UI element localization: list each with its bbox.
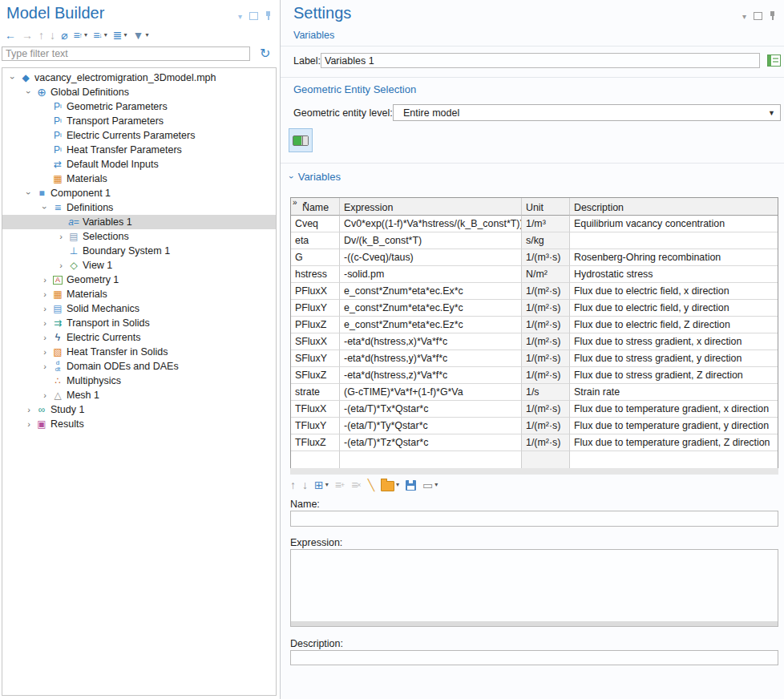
tree-item-domain-odes-and-daes[interactable]: ›ddtDomain ODEs and DAEs <box>2 359 276 374</box>
column-header-unit[interactable]: Unit <box>522 198 570 216</box>
tree-item-study-1[interactable]: ›∞Study 1 <box>2 402 276 417</box>
expression-cell[interactable]: Dv/(k_B_const*T) <box>340 232 522 249</box>
variable-row-tfluxz[interactable]: TFluxZ-(eta/T)*Tz*Qstar*c1/(m²·s)Flux du… <box>291 434 778 451</box>
tree-item-electric-currents[interactable]: ›ϟElectric Currents <box>2 330 276 345</box>
tree-item-boundary-system-1[interactable]: ›⊥Boundary System 1 <box>2 244 276 258</box>
expression-cell[interactable]: -((c-Cveq)/taus) <box>340 249 522 266</box>
description-input[interactable] <box>290 650 778 665</box>
variable-row-sfluxz[interactable]: SFluxZ-eta*d(hstress,z)*Va*f*c1/(m²·s)Fl… <box>291 367 778 384</box>
variable-row-hstress[interactable]: hstress-solid.pmN/m²Hydrostatic stress <box>291 266 778 283</box>
tree-item-definitions[interactable]: ›≡Definitions <box>2 200 276 215</box>
variable-row-g[interactable]: G-((c-Cveq)/taus)1/(m³·s)Rosenberg-Ohrin… <box>291 249 778 266</box>
name-cell[interactable]: hstress <box>291 266 340 283</box>
move-up-button[interactable]: ↑ <box>38 30 44 41</box>
active-selection-toggle-button[interactable] <box>289 128 313 152</box>
node-text-button[interactable]: ≣▾ <box>113 30 127 41</box>
column-header-expression[interactable]: Expression <box>340 198 522 216</box>
tree-item-heat-transfer-parameters[interactable]: ›PiHeat Transfer Parameters <box>2 143 276 157</box>
expression-cell[interactable]: -(eta/T)*Tx*Qstar*c <box>340 401 522 418</box>
tree-expander-icon[interactable]: › <box>23 419 34 429</box>
unit-cell[interactable]: 1/(m³·s) <box>522 249 570 266</box>
tree-expander-icon[interactable]: › <box>39 347 51 357</box>
name-cell[interactable]: Cveq <box>291 216 340 232</box>
expression-cell[interactable]: e_const*Znum*eta*ec.Ey*c <box>340 300 522 317</box>
description-cell[interactable]: Flux due to stress gradient, y direction <box>570 350 778 367</box>
tree-item-materials[interactable]: ›▦Materials <box>2 172 276 186</box>
description-cell[interactable]: Flux due to electric field, x direction <box>570 283 778 300</box>
unit-cell[interactable] <box>522 451 570 468</box>
save-file-button[interactable] <box>406 480 416 491</box>
description-cell[interactable]: Flux due to electric field, Z direction <box>570 317 778 333</box>
pin-icon[interactable] <box>265 11 272 21</box>
back-button[interactable]: ← <box>5 30 16 41</box>
load-file-button[interactable]: ▾ <box>381 479 399 491</box>
rename-button[interactable] <box>766 52 782 69</box>
tree-item-multiphysics[interactable]: ›∴Multiphysics <box>2 374 276 388</box>
expression-scrollbar[interactable] <box>291 621 778 626</box>
name-input[interactable] <box>290 511 778 527</box>
column-header-description[interactable]: Description <box>570 198 778 216</box>
filter-input[interactable] <box>2 46 250 61</box>
label-input[interactable] <box>321 53 760 68</box>
tree-item-component-1[interactable]: ›■Component 1 <box>2 186 276 200</box>
unit-cell[interactable]: 1/(m²·s) <box>522 401 570 418</box>
tree-item-view-1[interactable]: ›◇View 1 <box>2 258 276 273</box>
tree-item-selections[interactable]: ›▤Selections <box>2 229 276 244</box>
tree-item-transport-parameters[interactable]: ›PiTransport Parameters <box>2 114 276 128</box>
filter-button[interactable]: ▼▾ <box>133 30 149 41</box>
menu-down-icon[interactable]: ▾ <box>238 12 242 21</box>
description-cell[interactable]: Flux due to temperature gradient, Z dire… <box>570 434 778 451</box>
name-cell[interactable]: G <box>291 249 340 266</box>
description-cell[interactable] <box>570 451 778 468</box>
tree-expander-icon[interactable]: › <box>55 232 67 241</box>
tree-item-electric-currents-parameters[interactable]: ›PiElectric Currents Parameters <box>2 128 276 143</box>
settings-subtitle[interactable]: Variables <box>293 30 334 41</box>
menu-down-icon[interactable]: ▾ <box>742 12 746 21</box>
detach-icon[interactable] <box>754 12 762 20</box>
show-button[interactable]: ⌀ <box>61 30 67 41</box>
expression-cell[interactable]: -eta*d(hstress,x)*Va*f*c <box>340 333 522 350</box>
name-cell[interactable]: TFluxY <box>291 418 340 434</box>
variable-row-strate[interactable]: strate(G-cTIME)*Va*f+(1-f)*G*Va1/sStrain… <box>291 384 778 401</box>
description-cell[interactable]: Flux due to stress gradient, Z direction <box>570 367 778 384</box>
tree-item-materials[interactable]: ›▦Materials <box>2 287 276 301</box>
name-cell[interactable]: SFluxY <box>291 350 340 367</box>
description-cell[interactable]: Flux due to temperature gradient, x dire… <box>570 401 778 418</box>
description-cell[interactable]: Flux due to temperature gradient, y dire… <box>570 418 778 434</box>
tree-item-heat-transfer-in-solids[interactable]: ›▧Heat Transfer in Solids <box>2 345 276 359</box>
expand-button[interactable]: ≡↑▾ <box>73 30 87 41</box>
variable-row-sfluxy[interactable]: SFluxY-eta*d(hstress,y)*Va*f*c1/(m²·s)Fl… <box>291 350 778 367</box>
unit-cell[interactable]: 1/(m²·s) <box>522 317 570 333</box>
description-cell[interactable]: Equilibrium vacancy concentration <box>570 216 778 232</box>
name-cell[interactable]: SFluxZ <box>291 367 340 384</box>
unit-cell[interactable]: 1/(m²·s) <box>522 434 570 451</box>
tree-expander-icon[interactable]: › <box>8 72 18 83</box>
pin-icon[interactable] <box>770 11 776 21</box>
expression-cell[interactable]: -(eta/T)*Ty*Qstar*c <box>340 418 522 434</box>
name-cell[interactable]: PFluxY <box>291 300 340 317</box>
expression-cell[interactable]: -(eta/T)*Tz*Qstar*c <box>340 434 522 451</box>
expression-cell[interactable]: -eta*d(hstress,y)*Va*f*c <box>340 350 522 367</box>
table-horizontal-scrollbar[interactable] <box>290 468 778 475</box>
description-cell[interactable]: Rosenberg-Ohring recombination <box>570 249 778 266</box>
unit-cell[interactable]: 1/(m²·s) <box>522 300 570 317</box>
unit-cell[interactable]: 1/(m²·s) <box>522 350 570 367</box>
description-cell[interactable]: Flux due to electric field, y direction <box>570 300 778 317</box>
unit-cell[interactable]: 1/(m²·s) <box>522 283 570 300</box>
geometric-entity-level-select[interactable]: Entire model ▼ <box>393 104 781 121</box>
tree-expander-icon[interactable]: › <box>24 188 34 199</box>
show-all-columns-icon[interactable]: » <box>293 199 297 207</box>
tree-item-geometric-parameters[interactable]: ›PiGeometric Parameters <box>2 99 276 114</box>
tree-item-solid-mechanics[interactable]: ›▤Solid Mechanics <box>2 301 276 316</box>
variable-row-pfluxz[interactable]: PFluxZe_const*Znum*eta*ec.Ez*c1/(m²·s)Fl… <box>291 317 778 333</box>
variable-row-cveq[interactable]: CveqCv0*exp((1-f)*Va*hstress/(k_B_const*… <box>291 216 778 232</box>
tree-item-transport-in-solids[interactable]: ›⇉Transport in Solids <box>2 316 276 330</box>
variable-row-pfluxy[interactable]: PFluxYe_const*Znum*eta*ec.Ey*c1/(m²·s)Fl… <box>291 300 778 317</box>
expression-cell[interactable]: e_const*Znum*eta*ec.Ez*c <box>340 317 522 333</box>
clear-table-button[interactable]: ╲ <box>368 479 374 491</box>
geometric-entity-selection-header[interactable]: Geometric Entity Selection <box>293 83 416 95</box>
tree-expander-icon[interactable]: › <box>23 405 34 414</box>
variable-row-empty[interactable] <box>291 451 778 468</box>
description-cell[interactable]: Flux due to stress gradient, x direction <box>570 333 778 350</box>
unit-cell[interactable]: 1/(m²·s) <box>522 333 570 350</box>
